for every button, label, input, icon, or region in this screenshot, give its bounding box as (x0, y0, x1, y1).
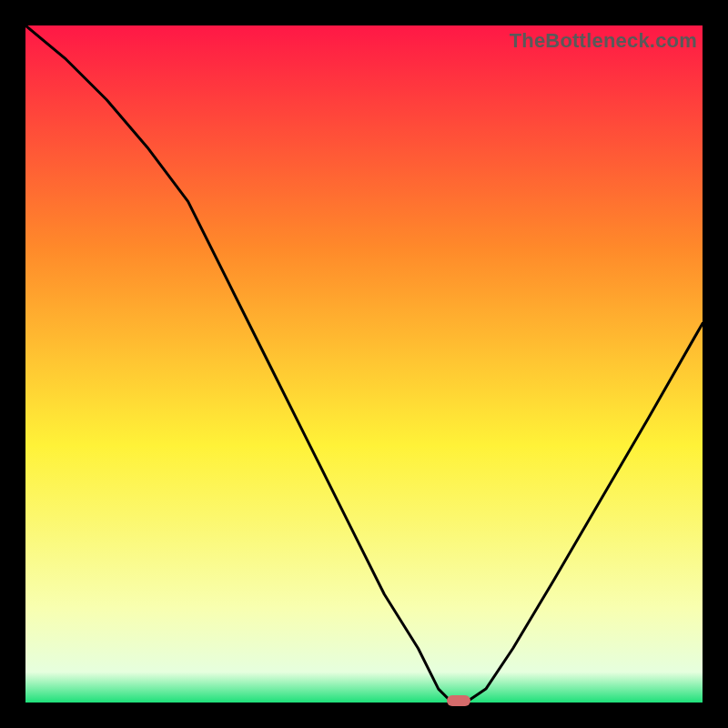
chart-frame: TheBottleneck.com (25, 25, 703, 703)
chart-background (25, 25, 703, 703)
watermark: TheBottleneck.com (510, 29, 697, 53)
chart-canvas (25, 25, 703, 703)
optimal-marker (447, 695, 470, 706)
